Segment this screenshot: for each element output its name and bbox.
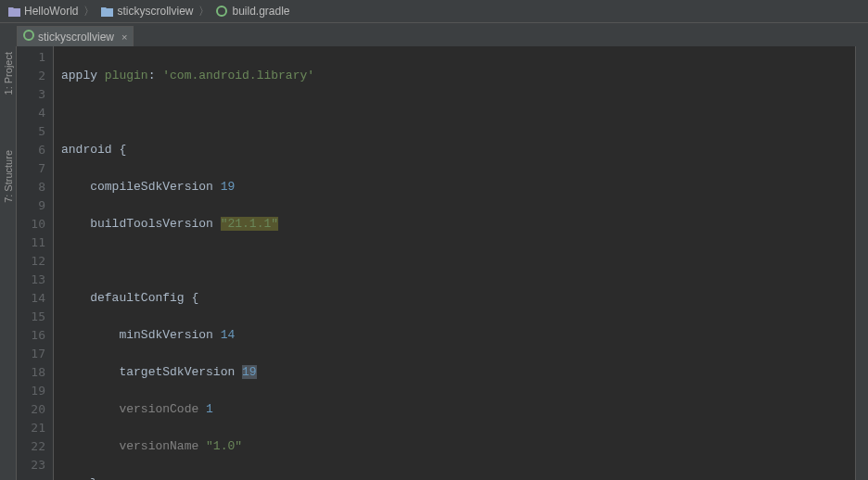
gradle-icon	[23, 30, 34, 44]
breadcrumb-sep-icon: 〉	[197, 4, 211, 19]
module-icon	[100, 5, 113, 18]
gradle-icon	[215, 5, 228, 18]
tool-window-rail: 1: Project 7: Structure	[0, 46, 17, 480]
breadcrumb-root-label: HelloWorld	[24, 5, 78, 18]
code-editor[interactable]: 1234567891011121314151617181920212223 ap…	[17, 46, 868, 480]
editor-tab-active[interactable]: stickyscrollview ×	[17, 26, 134, 46]
breadcrumb-sep-icon: 〉	[82, 4, 96, 19]
tool-window-project[interactable]: 1: Project	[3, 52, 14, 95]
breadcrumb-module-label: stickyscrollview	[117, 5, 193, 18]
line-gutter: 1234567891011121314151617181920212223	[17, 46, 54, 480]
main-area: 1: Project 7: Structure 1234567891011121…	[0, 46, 868, 480]
code-content[interactable]: apply plugin: 'com.android.library' andr…	[54, 46, 855, 480]
close-icon[interactable]: ×	[121, 32, 127, 43]
breadcrumb-file-label: build.gradle	[232, 5, 289, 18]
breadcrumb-module[interactable]: stickyscrollview	[96, 5, 197, 18]
folder-icon	[7, 5, 20, 18]
vertical-scrollbar[interactable]	[855, 46, 868, 480]
editor-tab-label: stickyscrollview	[38, 31, 114, 44]
breadcrumb-file[interactable]: build.gradle	[211, 5, 293, 18]
breadcrumb: HelloWorld 〉 stickyscrollview 〉 build.gr…	[0, 0, 868, 23]
tool-window-structure[interactable]: 7: Structure	[3, 150, 14, 203]
editor-tab-bar: stickyscrollview ×	[0, 23, 868, 46]
breadcrumb-root[interactable]: HelloWorld	[4, 5, 82, 18]
